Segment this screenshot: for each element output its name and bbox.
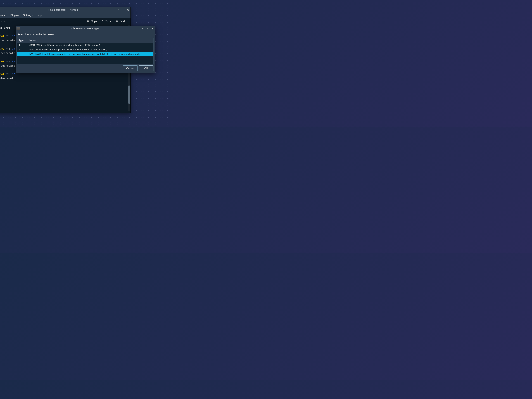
term-line: rent GPU:	[0, 26, 10, 29]
svg-line-7	[117, 21, 118, 22]
list-item-type: 3	[17, 52, 28, 56]
term-text: ithin-bevel	[0, 77, 13, 80]
scrollbar-thumb[interactable]	[128, 85, 130, 104]
copy-label: Copy	[91, 20, 97, 23]
copy-button[interactable]: Copy	[87, 20, 97, 23]
paste-button[interactable]: Paste	[101, 20, 112, 23]
chevron-down-icon: ⌄	[3, 20, 5, 23]
term-text: **:	[4, 60, 12, 63]
dialog-system-icon	[17, 27, 20, 30]
term-warning: RNING	[0, 73, 4, 76]
term-num: 02	[12, 73, 15, 76]
konsole-window-controls	[116, 7, 130, 13]
list-item[interactable]: 3NVIDIA (Will install proprietary driver…	[17, 52, 153, 56]
list-item[interactable]: 1AMD (Will install Gamescope with Mangoh…	[17, 43, 153, 48]
dialog-title: Choose your GPU Type	[71, 27, 99, 30]
term-text: is deprecate	[0, 39, 15, 42]
search-icon	[116, 20, 119, 23]
find-button[interactable]: Find	[116, 20, 125, 23]
column-header-type[interactable]: Type	[17, 38, 28, 43]
svg-rect-3	[88, 20, 89, 21]
copy-icon	[87, 20, 90, 23]
konsole-titlebar[interactable]: - : sudo holoinstall — Konsole	[0, 7, 131, 13]
term-text: **:	[4, 73, 12, 76]
split-view-label: View	[0, 20, 2, 23]
term-text: **:	[4, 47, 12, 51]
term-num: 02	[12, 47, 15, 51]
svg-point-6	[116, 20, 117, 21]
list-item-name: Intel (Will install Gamescope with Mango…	[28, 47, 153, 52]
dialog-instruction: Select items from the list below.	[17, 33, 153, 36]
maximize-icon[interactable]	[146, 27, 150, 30]
menu-settings[interactable]: Settings	[23, 14, 32, 17]
list-item-name: AMD (Will install Gamescope with Mangohu…	[28, 43, 153, 48]
dialog-window-controls	[141, 26, 154, 31]
list-item[interactable]: 2Intel (Will install Gamescope with Mang…	[17, 47, 153, 52]
close-icon[interactable]	[126, 8, 130, 12]
dialog-button-row: Cancel OK	[16, 64, 155, 73]
term-warning: RNING	[0, 47, 4, 51]
svg-rect-2	[88, 21, 89, 22]
konsole-menubar: okmarks Plugins Settings Help	[0, 13, 131, 18]
term-num: 02	[12, 60, 15, 63]
term-text: **:	[4, 35, 12, 38]
term-num: 02	[12, 35, 15, 38]
minimize-icon[interactable]	[116, 8, 120, 12]
paste-icon	[101, 20, 104, 23]
split-view-button[interactable]: View ⌄	[0, 20, 5, 23]
list-item-type: 2	[17, 47, 28, 52]
maximize-icon[interactable]	[121, 8, 125, 12]
paste-label: Paste	[105, 20, 112, 23]
list-empty-area[interactable]	[17, 56, 153, 64]
konsole-title: - : sudo holoinstall — Konsole	[47, 9, 78, 11]
gpu-list: Type Name 1AMD (Will install Gamescope w…	[17, 38, 153, 64]
list-header-row: Type Name	[17, 38, 153, 43]
menu-plugins[interactable]: Plugins	[10, 14, 19, 17]
column-header-name[interactable]: Name	[28, 38, 153, 43]
term-text: is deprecate	[0, 64, 15, 67]
menu-bookmarks[interactable]: okmarks	[0, 14, 6, 17]
gpu-dialog: Choose your GPU Type Select items from t…	[16, 26, 155, 73]
list-item-type: 1	[17, 43, 28, 48]
find-label: Find	[120, 20, 125, 23]
minimize-icon[interactable]	[141, 27, 145, 30]
term-warning: RNING	[0, 60, 4, 63]
term-text: is deprecate	[0, 51, 15, 55]
ok-button[interactable]: OK	[139, 65, 153, 71]
konsole-toolbar: View ⌄ Copy Paste Find	[0, 18, 131, 24]
dialog-body: Select items from the list below. Type N…	[16, 31, 155, 64]
term-warning: RNING	[0, 35, 4, 38]
cancel-button[interactable]: Cancel	[123, 65, 138, 71]
list-item-name: NVIDIA (Will install proprietary drivers…	[28, 52, 153, 56]
dialog-titlebar[interactable]: Choose your GPU Type	[16, 26, 155, 31]
menu-help[interactable]: Help	[36, 14, 42, 17]
close-icon[interactable]	[151, 27, 154, 30]
